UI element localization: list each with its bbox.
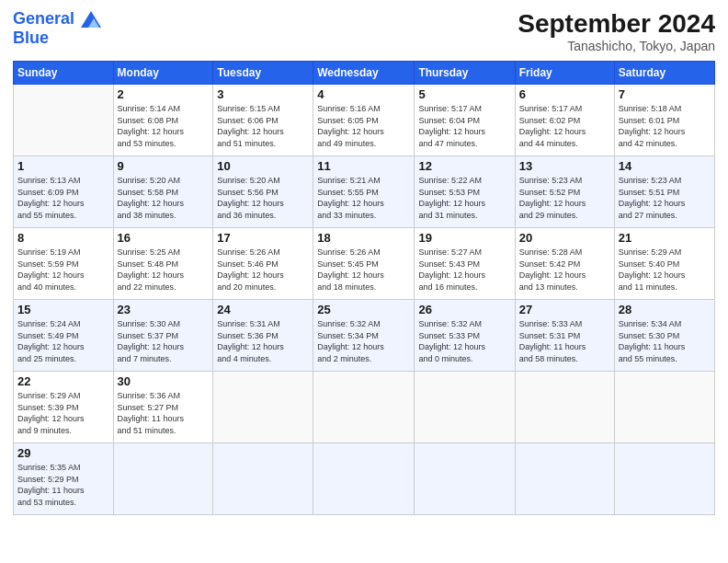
weekday-header-row: SundayMondayTuesdayWednesdayThursdayFrid… bbox=[14, 62, 715, 85]
calendar-header: General Blue September 2024 Tanashicho, … bbox=[13, 9, 715, 53]
calendar-week-4: 22Sunrise: 5:29 AMSunset: 5:39 PMDayligh… bbox=[14, 372, 715, 443]
day-info: Sunrise: 5:29 AMSunset: 5:40 PMDaylight:… bbox=[619, 247, 711, 293]
calendar-cell bbox=[515, 372, 614, 443]
calendar-cell: 26Sunrise: 5:32 AMSunset: 5:33 PMDayligh… bbox=[415, 300, 515, 372]
logo-blue: Blue bbox=[13, 29, 101, 48]
calendar-cell: 24Sunrise: 5:31 AMSunset: 5:36 PMDayligh… bbox=[213, 300, 313, 372]
day-number: 2 bbox=[118, 87, 210, 101]
weekday-header-sunday: Sunday bbox=[14, 62, 114, 85]
calendar-cell: 17Sunrise: 5:26 AMSunset: 5:46 PMDayligh… bbox=[213, 228, 313, 300]
day-info: Sunrise: 5:22 AMSunset: 5:53 PMDaylight:… bbox=[418, 175, 510, 221]
calendar-cell bbox=[213, 372, 313, 443]
calendar-cell bbox=[515, 443, 614, 515]
calendar-cell: 21Sunrise: 5:29 AMSunset: 5:40 PMDayligh… bbox=[614, 228, 714, 300]
calendar-cell: 11Sunrise: 5:21 AMSunset: 5:55 PMDayligh… bbox=[313, 156, 415, 228]
day-number: 7 bbox=[619, 87, 711, 101]
day-info: Sunrise: 5:19 AMSunset: 5:59 PMDaylight:… bbox=[17, 247, 109, 293]
day-info: Sunrise: 5:25 AMSunset: 5:48 PMDaylight:… bbox=[118, 247, 210, 293]
day-number: 25 bbox=[317, 303, 410, 316]
day-info: Sunrise: 5:15 AMSunset: 6:06 PMDaylight:… bbox=[217, 103, 309, 149]
calendar-cell: 16Sunrise: 5:25 AMSunset: 5:48 PMDayligh… bbox=[113, 228, 213, 300]
weekday-header-monday: Monday bbox=[113, 62, 213, 85]
calendar-container: General Blue September 2024 Tanashicho, … bbox=[0, 0, 728, 524]
calendar-cell: 10Sunrise: 5:20 AMSunset: 5:56 PMDayligh… bbox=[213, 156, 313, 228]
calendar-cell: 22Sunrise: 5:29 AMSunset: 5:39 PMDayligh… bbox=[14, 372, 114, 443]
day-number: 29 bbox=[17, 446, 109, 460]
day-number: 5 bbox=[418, 87, 510, 101]
location: Tanashicho, Tokyo, Japan bbox=[518, 39, 715, 53]
day-number: 28 bbox=[619, 303, 711, 316]
day-number: 18 bbox=[317, 231, 410, 245]
day-info: Sunrise: 5:23 AMSunset: 5:51 PMDaylight:… bbox=[619, 175, 711, 221]
day-info: Sunrise: 5:31 AMSunset: 5:36 PMDaylight:… bbox=[217, 318, 309, 364]
day-number: 6 bbox=[519, 87, 610, 101]
calendar-cell: 20Sunrise: 5:28 AMSunset: 5:42 PMDayligh… bbox=[515, 228, 614, 300]
day-info: Sunrise: 5:20 AMSunset: 5:56 PMDaylight:… bbox=[217, 175, 309, 221]
calendar-cell bbox=[313, 372, 415, 443]
calendar-week-2: 8Sunrise: 5:19 AMSunset: 5:59 PMDaylight… bbox=[14, 228, 715, 300]
calendar-cell: 8Sunrise: 5:19 AMSunset: 5:59 PMDaylight… bbox=[14, 228, 114, 300]
title-block: September 2024 Tanashicho, Tokyo, Japan bbox=[518, 9, 715, 53]
calendar-cell: 29Sunrise: 5:35 AMSunset: 5:29 PMDayligh… bbox=[14, 443, 114, 515]
day-number: 15 bbox=[17, 303, 109, 316]
calendar-table: SundayMondayTuesdayWednesdayThursdayFrid… bbox=[13, 61, 715, 515]
calendar-cell: 2Sunrise: 5:14 AMSunset: 6:08 PMDaylight… bbox=[113, 85, 213, 156]
calendar-cell: 6Sunrise: 5:17 AMSunset: 6:02 PMDaylight… bbox=[515, 85, 614, 156]
day-info: Sunrise: 5:16 AMSunset: 6:05 PMDaylight:… bbox=[317, 103, 410, 149]
logo-icon bbox=[81, 11, 101, 28]
calendar-cell: 25Sunrise: 5:32 AMSunset: 5:34 PMDayligh… bbox=[313, 300, 415, 372]
day-info: Sunrise: 5:28 AMSunset: 5:42 PMDaylight:… bbox=[519, 247, 610, 293]
day-number: 9 bbox=[118, 159, 210, 173]
day-info: Sunrise: 5:27 AMSunset: 5:43 PMDaylight:… bbox=[418, 247, 510, 293]
logo: General Blue bbox=[13, 9, 101, 47]
calendar-cell: 30Sunrise: 5:36 AMSunset: 5:27 PMDayligh… bbox=[113, 372, 213, 443]
day-number: 30 bbox=[118, 374, 210, 388]
month-year: September 2024 bbox=[518, 9, 715, 39]
calendar-cell: 19Sunrise: 5:27 AMSunset: 5:43 PMDayligh… bbox=[415, 228, 515, 300]
day-number: 8 bbox=[17, 231, 109, 245]
day-info: Sunrise: 5:18 AMSunset: 6:01 PMDaylight:… bbox=[619, 103, 711, 149]
day-number: 12 bbox=[418, 159, 510, 173]
day-number: 3 bbox=[217, 87, 309, 101]
calendar-cell: 1Sunrise: 5:13 AMSunset: 6:09 PMDaylight… bbox=[14, 156, 114, 228]
calendar-cell bbox=[415, 372, 515, 443]
calendar-cell bbox=[213, 443, 313, 515]
calendar-week-0: 2Sunrise: 5:14 AMSunset: 6:08 PMDaylight… bbox=[14, 85, 715, 156]
day-info: Sunrise: 5:13 AMSunset: 6:09 PMDaylight:… bbox=[17, 175, 109, 221]
day-info: Sunrise: 5:33 AMSunset: 5:31 PMDaylight:… bbox=[519, 318, 610, 364]
calendar-cell: 18Sunrise: 5:26 AMSunset: 5:45 PMDayligh… bbox=[313, 228, 415, 300]
day-info: Sunrise: 5:26 AMSunset: 5:46 PMDaylight:… bbox=[217, 247, 309, 293]
day-info: Sunrise: 5:26 AMSunset: 5:45 PMDaylight:… bbox=[317, 247, 410, 293]
calendar-cell: 7Sunrise: 5:18 AMSunset: 6:01 PMDaylight… bbox=[614, 85, 714, 156]
day-number: 11 bbox=[317, 159, 410, 173]
calendar-cell: 3Sunrise: 5:15 AMSunset: 6:06 PMDaylight… bbox=[213, 85, 313, 156]
calendar-cell: 5Sunrise: 5:17 AMSunset: 6:04 PMDaylight… bbox=[415, 85, 515, 156]
weekday-header-saturday: Saturday bbox=[614, 62, 714, 85]
calendar-cell: 4Sunrise: 5:16 AMSunset: 6:05 PMDaylight… bbox=[313, 85, 415, 156]
weekday-header-wednesday: Wednesday bbox=[313, 62, 415, 85]
day-number: 21 bbox=[619, 231, 711, 245]
calendar-cell: 27Sunrise: 5:33 AMSunset: 5:31 PMDayligh… bbox=[515, 300, 614, 372]
day-info: Sunrise: 5:36 AMSunset: 5:27 PMDaylight:… bbox=[118, 390, 210, 436]
logo-general: General bbox=[13, 9, 74, 28]
calendar-cell: 13Sunrise: 5:23 AMSunset: 5:52 PMDayligh… bbox=[515, 156, 614, 228]
day-info: Sunrise: 5:30 AMSunset: 5:37 PMDaylight:… bbox=[118, 318, 210, 364]
day-number: 19 bbox=[418, 231, 510, 245]
calendar-cell bbox=[614, 372, 714, 443]
day-info: Sunrise: 5:34 AMSunset: 5:30 PMDaylight:… bbox=[619, 318, 711, 364]
day-info: Sunrise: 5:20 AMSunset: 5:58 PMDaylight:… bbox=[118, 175, 210, 221]
calendar-cell: 28Sunrise: 5:34 AMSunset: 5:30 PMDayligh… bbox=[614, 300, 714, 372]
day-number: 13 bbox=[519, 159, 610, 173]
calendar-week-1: 1Sunrise: 5:13 AMSunset: 6:09 PMDaylight… bbox=[14, 156, 715, 228]
day-info: Sunrise: 5:17 AMSunset: 6:04 PMDaylight:… bbox=[418, 103, 510, 149]
weekday-header-thursday: Thursday bbox=[415, 62, 515, 85]
calendar-cell bbox=[415, 443, 515, 515]
day-info: Sunrise: 5:14 AMSunset: 6:08 PMDaylight:… bbox=[118, 103, 210, 149]
calendar-cell: 23Sunrise: 5:30 AMSunset: 5:37 PMDayligh… bbox=[113, 300, 213, 372]
calendar-cell bbox=[313, 443, 415, 515]
calendar-cell: 14Sunrise: 5:23 AMSunset: 5:51 PMDayligh… bbox=[614, 156, 714, 228]
calendar-body: 2Sunrise: 5:14 AMSunset: 6:08 PMDaylight… bbox=[14, 85, 715, 515]
day-number: 4 bbox=[317, 87, 410, 101]
day-info: Sunrise: 5:17 AMSunset: 6:02 PMDaylight:… bbox=[519, 103, 610, 149]
day-number: 10 bbox=[217, 159, 309, 173]
